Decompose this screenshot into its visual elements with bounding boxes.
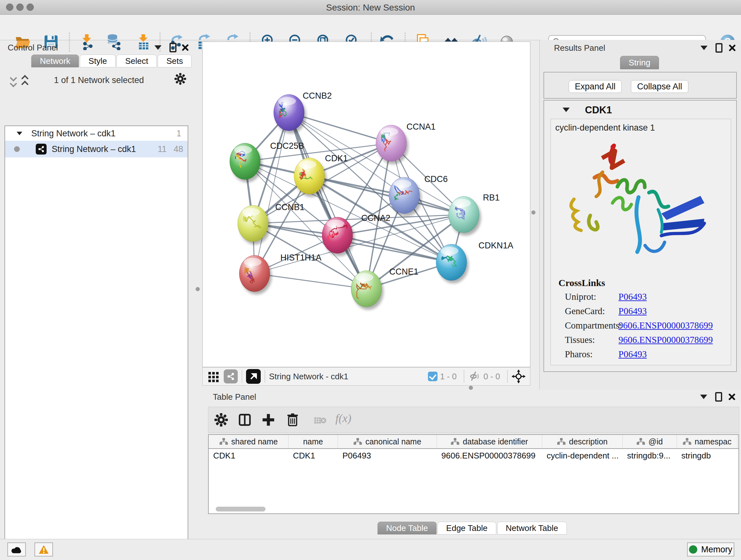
pan-crosshair-icon[interactable]: [512, 369, 526, 383]
control-panel-title: Control Panel: [8, 43, 58, 53]
panel-float-icon[interactable]: [716, 43, 723, 53]
selected-checkbox-icon[interactable]: [428, 372, 437, 381]
panel-close-icon[interactable]: [181, 44, 189, 52]
column-header-@id[interactable]: @id: [623, 435, 677, 448]
network-node-CCNB2[interactable]: CCNB2: [274, 91, 332, 134]
table-cell[interactable]: CDK1: [288, 449, 338, 463]
gene-description: cyclin-dependent kinase 1: [555, 123, 655, 133]
network-node-RB1[interactable]: RB1: [448, 193, 499, 236]
table-cell[interactable]: stringdb:9...: [623, 449, 677, 463]
tab-sets[interactable]: Sets: [158, 55, 192, 67]
add-column-icon[interactable]: [261, 413, 275, 427]
table-body: CDK1CDK1P064939606.ENSP00000378699cyclin…: [209, 449, 738, 463]
horizontal-scrollbar[interactable]: [216, 507, 266, 511]
string-network-icon: [36, 144, 47, 154]
tree-expand-icon[interactable]: [17, 132, 22, 135]
crosslink-value: 9606.ENSP00000378699: [618, 320, 713, 331]
expand-all-button[interactable]: Expand All: [569, 80, 622, 93]
delete-column-icon[interactable]: [286, 413, 300, 427]
panel-close-icon[interactable]: [728, 393, 736, 401]
network-row[interactable]: String Network – cdk1 11 48: [5, 141, 188, 158]
node-label: CDC25B: [270, 141, 304, 151]
panel-menu-icon[interactable]: [154, 45, 161, 50]
network-node-CDC25B[interactable]: CDC25B: [230, 141, 304, 182]
show-columns-icon[interactable]: [238, 413, 252, 427]
tab-network[interactable]: Network: [31, 55, 79, 67]
node-label: CDC6: [424, 174, 448, 184]
table-toolbar: f(x): [208, 407, 739, 433]
column-header-description[interactable]: description: [542, 435, 623, 448]
grid-view-icon[interactable]: [208, 371, 219, 382]
network-edge[interactable]: [255, 113, 289, 273]
network-edge[interactable]: [255, 214, 464, 273]
network-edge[interactable]: [289, 113, 366, 289]
node-label: CDKN1A: [478, 241, 513, 250]
tab-edge-table[interactable]: Edge Table: [437, 522, 496, 535]
automation-status-button[interactable]: [7, 543, 26, 557]
column-header-canonical-name[interactable]: canonical name: [338, 435, 437, 448]
table-cell[interactable]: 9606.ENSP00000378699: [437, 449, 542, 463]
network-node-CDC6[interactable]: CDC6: [389, 174, 448, 216]
network-selection-status: 1 of 1 Network selected: [38, 75, 159, 85]
warnings-button[interactable]: [35, 543, 53, 557]
network-collection-row[interactable]: String Network – cdk1 1: [5, 126, 188, 141]
panel-float-icon[interactable]: [715, 392, 722, 401]
table-row[interactable]: CDK1CDK1P064939606.ENSP00000378699cyclin…: [209, 449, 738, 463]
table-options-gear-icon[interactable]: [214, 413, 228, 427]
network-canvas[interactable]: CCNB2CCNA1CDC25BCDK1CDC6RB1CCNB1CCNA2CDK…: [202, 42, 530, 367]
main-toolbar: ?: [0, 15, 741, 40]
crosslink-link[interactable]: P06493: [618, 292, 647, 302]
panel-close-icon[interactable]: [728, 44, 736, 52]
column-header-namespac[interactable]: namespac: [677, 435, 738, 448]
panel-float-icon[interactable]: [170, 43, 177, 52]
network-node-CCNA2[interactable]: CCNA2: [322, 213, 390, 256]
node-table[interactable]: shared namenamecanonical namedatabase id…: [208, 434, 739, 514]
gene-collapse-icon[interactable]: [562, 108, 569, 112]
crosslink-link[interactable]: P06493: [618, 306, 647, 316]
node-label: CCNA2: [361, 213, 390, 223]
network-graph[interactable]: CCNB2CCNA1CDC25BCDK1CDC6RB1CCNB1CCNA2CDK…: [203, 42, 530, 367]
column-header-shared-name[interactable]: shared name: [209, 435, 288, 448]
birdseye-view-icon[interactable]: [246, 369, 261, 384]
crosslink-link[interactable]: 9606.ENSP00000378699: [618, 334, 713, 345]
collapse-all-button[interactable]: Collapse All: [631, 80, 688, 93]
delete-table-icon-disabled: [314, 416, 327, 425]
memory-button[interactable]: Memory: [687, 543, 734, 557]
column-header-name[interactable]: name: [288, 435, 338, 448]
panel-menu-icon[interactable]: [700, 395, 707, 399]
tab-network-table[interactable]: Network Table: [497, 522, 567, 535]
collapse-all-icon[interactable]: [11, 75, 16, 87]
control-panel-tabs: NetworkStyleSelectSets: [31, 55, 192, 67]
status-bar: Memory: [0, 539, 741, 560]
tab-select[interactable]: Select: [117, 55, 157, 67]
table-cell[interactable]: P06493: [338, 449, 437, 463]
network-node-CCNE1[interactable]: CCNE1: [351, 267, 418, 310]
network-node-CDK1[interactable]: CDK1: [294, 153, 348, 197]
tab-style[interactable]: Style: [80, 55, 116, 67]
memory-status-dot: [689, 545, 697, 554]
gene-symbol: CDK1: [585, 105, 612, 116]
title-bar: Session: New Session: [0, 0, 741, 15]
splitter-handle[interactable]: [531, 210, 536, 214]
tab-string[interactable]: String: [620, 56, 659, 69]
table-cell[interactable]: cyclin-dependent ...: [542, 449, 623, 463]
crosslink-label: Tissues:: [565, 334, 595, 345]
network-node-CDKN1A[interactable]: CDKN1A: [436, 241, 514, 284]
column-header-database-identifier[interactable]: database identifier: [437, 435, 542, 448]
tab-node-table[interactable]: Node Table: [378, 522, 436, 535]
node-label: CCNA1: [407, 122, 435, 132]
splitter-handle[interactable]: [196, 287, 200, 291]
warning-icon: [38, 544, 49, 555]
crosslink-link[interactable]: P06493: [618, 349, 647, 359]
network-options-gear-icon[interactable]: [174, 73, 186, 85]
crosslink-label: Pharos:: [565, 349, 593, 360]
expand-all-icon[interactable]: [22, 76, 27, 88]
crosslink-link[interactable]: 9606.ENSP00000378699: [618, 320, 713, 330]
table-cell[interactable]: stringdb: [677, 449, 738, 463]
network-view-icon[interactable]: [224, 369, 238, 383]
footer-separator: [507, 370, 508, 383]
panel-menu-icon[interactable]: [700, 46, 708, 50]
hidden-eye-slash-icon: [468, 370, 481, 383]
network-node-HIST1H1A[interactable]: HIST1H1A: [239, 253, 322, 295]
table-cell[interactable]: CDK1: [209, 449, 288, 463]
